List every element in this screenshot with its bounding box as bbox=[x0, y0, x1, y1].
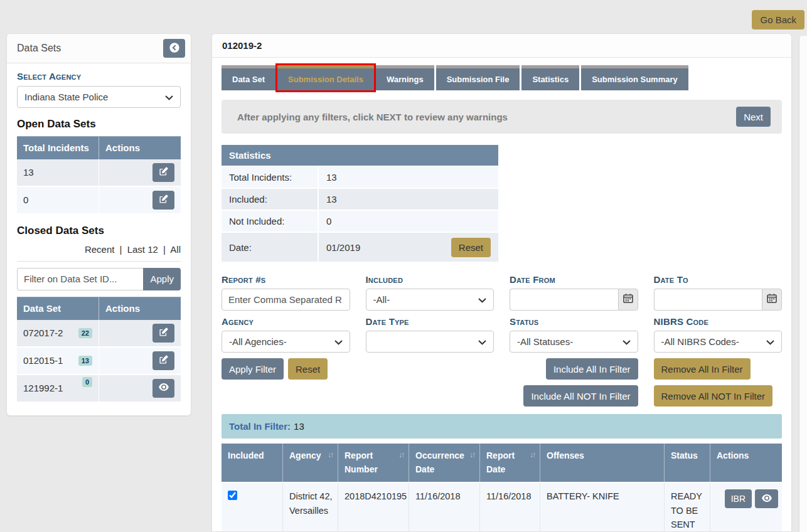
date-reset-button[interactable]: Reset bbox=[451, 238, 491, 257]
column-header-occurrence-date[interactable]: Occurrence Date↓↑ bbox=[409, 444, 480, 482]
column-header-data-set: Data Set bbox=[17, 297, 99, 320]
sort-icon: ↓↑ bbox=[469, 449, 474, 461]
date-to-input[interactable] bbox=[654, 289, 762, 311]
nibrs-code-select[interactable]: -All NIBRS Codes- bbox=[654, 331, 783, 353]
tab-warnings[interactable]: Warnings bbox=[376, 65, 434, 90]
tab-bar: Data Set Submission Details Warnings Sub… bbox=[222, 65, 782, 90]
sort-icon: ↓↑ bbox=[398, 449, 404, 461]
status-filter-label: Status bbox=[510, 316, 638, 327]
apply-filter-button[interactable]: Apply Filter bbox=[222, 358, 284, 380]
tab-submission-summary[interactable]: Submission Summary bbox=[581, 65, 688, 90]
closed-data-sets-table: Data Set Actions 072017-2 22 012015-1 13 bbox=[17, 297, 181, 403]
report-numbers-input[interactable] bbox=[222, 289, 350, 311]
chevron-down-icon bbox=[766, 336, 774, 347]
stat-row: Total Incidents: 13 bbox=[222, 166, 498, 188]
chevron-down-icon bbox=[623, 336, 631, 347]
edit-data-set-button[interactable] bbox=[152, 163, 174, 182]
calendar-icon bbox=[623, 294, 633, 306]
incident-row: District 42, Versailles 2018D4210195 11/… bbox=[222, 482, 782, 532]
filter-apply-button[interactable]: Apply bbox=[143, 268, 181, 290]
total-incidents-value: 0 bbox=[17, 187, 99, 215]
ibr-button[interactable]: IBR bbox=[725, 489, 752, 508]
tab-submission-file[interactable]: Submission File bbox=[436, 65, 520, 90]
edit-icon bbox=[159, 194, 168, 206]
column-header-report-number[interactable]: Report Number↓↑ bbox=[338, 444, 409, 482]
data-sets-sidebar: Data Sets Select Agency Indiana State Po… bbox=[6, 33, 191, 416]
edit-data-set-button[interactable] bbox=[152, 324, 174, 343]
edit-icon bbox=[159, 327, 168, 339]
total-in-filter-bar: Total In Filter: 13 bbox=[222, 414, 782, 439]
calendar-icon bbox=[767, 294, 777, 306]
data-set-filter-input[interactable] bbox=[17, 268, 143, 290]
link-recent[interactable]: Recent bbox=[85, 244, 115, 255]
sidebar-collapse-button[interactable] bbox=[163, 39, 185, 58]
agency-select[interactable]: Indiana State Police bbox=[17, 86, 181, 108]
next-button[interactable]: Next bbox=[736, 107, 771, 127]
view-incident-button[interactable] bbox=[755, 489, 778, 508]
link-last-12[interactable]: Last 12 bbox=[127, 244, 158, 255]
agency-filter-label: Agency bbox=[222, 316, 350, 327]
go-back-button[interactable]: Go Back bbox=[752, 10, 804, 29]
sort-icon: ↓↑ bbox=[530, 449, 535, 461]
eye-icon bbox=[159, 383, 169, 393]
stat-value: 01/2019 bbox=[326, 242, 360, 253]
view-data-set-button[interactable] bbox=[152, 379, 174, 398]
include-all-not-in-filter-button[interactable]: Include All NOT In Filter bbox=[523, 385, 638, 407]
remove-all-in-filter-button[interactable]: Remove All In Filter bbox=[654, 358, 751, 380]
date-to-calendar-button[interactable] bbox=[762, 289, 782, 311]
column-header-report-date[interactable]: Report Date↓↑ bbox=[480, 444, 540, 482]
tab-data-set[interactable]: Data Set bbox=[222, 65, 275, 90]
edit-icon bbox=[159, 167, 168, 178]
column-header-actions: Actions bbox=[99, 297, 181, 320]
edit-data-set-button[interactable] bbox=[152, 191, 174, 210]
statistics-title: Statistics bbox=[222, 145, 498, 166]
remove-all-not-in-filter-button[interactable]: Remove All NOT In Filter bbox=[654, 385, 773, 407]
edit-data-set-button[interactable] bbox=[152, 351, 174, 370]
incident-status: READY TO BE SENT bbox=[665, 483, 710, 532]
table-row: 072017-2 22 bbox=[17, 320, 181, 348]
chevron-down-icon bbox=[478, 294, 486, 305]
included-checkbox[interactable] bbox=[228, 491, 237, 500]
date-type-select[interactable] bbox=[366, 331, 494, 353]
column-header-total-incidents: Total Incidents bbox=[17, 137, 99, 159]
sort-icon: ↓↑ bbox=[328, 449, 333, 461]
tab-statistics[interactable]: Statistics bbox=[521, 65, 579, 90]
table-row: 121992-1 0 bbox=[17, 375, 181, 403]
date-from-input[interactable] bbox=[510, 289, 618, 311]
page-title: 012019-2 bbox=[212, 34, 791, 58]
page-right-edge bbox=[799, 36, 807, 532]
sidebar-header: Data Sets bbox=[7, 34, 191, 63]
incident-count-badge: 22 bbox=[78, 328, 92, 338]
incident-count-badge: 0 bbox=[82, 377, 92, 387]
chevron-down-icon bbox=[165, 92, 173, 102]
included-select[interactable]: -All- bbox=[366, 289, 494, 311]
stat-label: Date: bbox=[222, 233, 319, 262]
stat-value: 0 bbox=[319, 211, 498, 231]
status-select[interactable]: -All Statuses- bbox=[510, 331, 638, 353]
date-from-calendar-button[interactable] bbox=[618, 289, 638, 311]
arrow-left-circle-icon bbox=[169, 42, 180, 55]
date-to-label: Date To bbox=[654, 274, 783, 285]
stat-value: 13 bbox=[319, 189, 498, 210]
include-all-in-filter-button[interactable]: Include All In Filter bbox=[546, 358, 638, 380]
included-label: Included bbox=[366, 274, 494, 285]
column-header-agency[interactable]: Agency↓↑ bbox=[283, 444, 338, 482]
link-all[interactable]: All bbox=[170, 244, 181, 255]
data-set-id[interactable]: 121992-1 bbox=[23, 383, 63, 393]
tab-submission-details[interactable]: Submission Details bbox=[277, 65, 374, 90]
filter-reset-button[interactable]: Reset bbox=[288, 358, 328, 380]
stat-label: Not Included: bbox=[222, 211, 319, 231]
stat-label: Included: bbox=[222, 189, 319, 210]
agency-select-value: Indiana State Police bbox=[24, 92, 108, 102]
agency-filter-select[interactable]: -All Agencies- bbox=[222, 331, 350, 353]
incidents-table: Included Agency↓↑ Report Number↓↑ Occurr… bbox=[222, 444, 782, 532]
column-header-actions: Actions bbox=[710, 444, 782, 482]
stat-row: Date: 01/2019 Reset bbox=[222, 231, 498, 262]
nibrs-code-label: NIBRS Code bbox=[654, 316, 783, 327]
eye-icon bbox=[762, 494, 772, 504]
table-row: 13 bbox=[17, 159, 181, 187]
incident-report-number: 2018D4210195 bbox=[338, 483, 409, 532]
data-set-id[interactable]: 072017-2 bbox=[23, 327, 63, 338]
data-set-id[interactable]: 012015-1 bbox=[23, 355, 63, 366]
column-header-status: Status bbox=[665, 444, 710, 482]
